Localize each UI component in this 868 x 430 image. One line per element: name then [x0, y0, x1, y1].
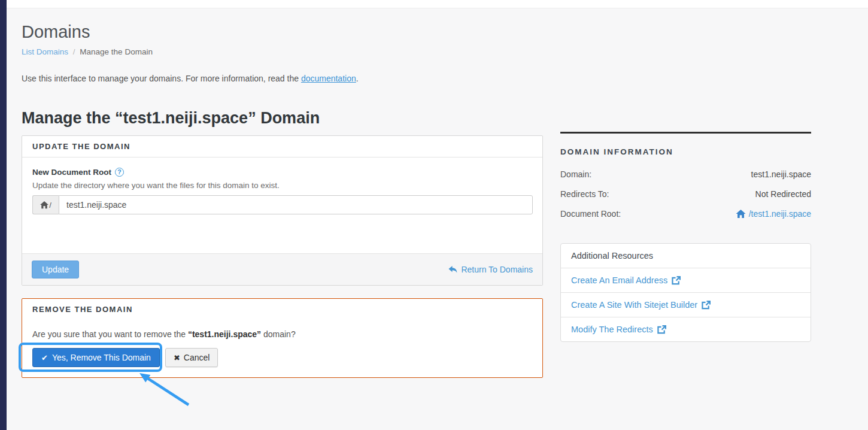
page-content: Domains List Domains / Manage the Domain…: [7, 8, 868, 430]
document-root-input[interactable]: [59, 195, 533, 214]
external-link-icon: [702, 301, 711, 310]
home-icon: [736, 210, 746, 219]
document-root-link[interactable]: /test1.neiji.space: [736, 209, 811, 219]
create-site-sitejet-link[interactable]: Create A Site With Sitejet Builder: [561, 292, 811, 317]
yes-remove-domain-label: Yes, Remove This Domain: [52, 353, 151, 362]
domain-information-rows: Domain: test1.neiji.space Redirects To: …: [560, 169, 811, 219]
home-icon: [40, 201, 48, 209]
help-icon[interactable]: ?: [115, 168, 124, 177]
new-document-root-label: New Document Root ?: [32, 168, 532, 177]
breadcrumb-list-domains-link[interactable]: List Domains: [22, 47, 68, 56]
remove-domain-panel: REMOVE THE DOMAIN Are you sure that you …: [22, 298, 543, 378]
info-row-document-root: Document Root: /test1.neiji.space: [560, 209, 811, 219]
create-email-address-link[interactable]: Create An Email Address: [561, 268, 811, 292]
update-panel-footer: Update Return To Domains: [22, 253, 542, 285]
domain-value: test1.neiji.space: [751, 169, 811, 179]
return-to-domains-link[interactable]: Return To Domains: [448, 265, 533, 274]
sidebar: DOMAIN INFORMATION Domain: test1.neiji.s…: [560, 132, 811, 342]
create-site-sitejet-label: Create A Site With Sitejet Builder: [571, 300, 697, 310]
create-email-address-label: Create An Email Address: [571, 275, 667, 285]
document-root-input-group: /: [32, 195, 533, 214]
reply-arrow-icon: [448, 265, 457, 274]
x-icon: ✖: [174, 353, 180, 362]
additional-resources-header: Additional Resources: [561, 244, 811, 268]
yes-remove-domain-button[interactable]: ✔ Yes, Remove This Domain: [32, 348, 160, 367]
intro-text-after: .: [356, 74, 359, 83]
intro-text-before: Use this interface to manage your domain…: [22, 74, 301, 83]
cancel-label: Cancel: [184, 353, 210, 362]
main-column: Manage the “test1.neiji.space” Domain UP…: [22, 108, 543, 378]
breadcrumb-separator: /: [73, 47, 75, 56]
left-edge-strip: [0, 0, 7, 430]
check-icon: ✔: [41, 353, 48, 362]
confirm-domain-name: “test1.neiji.space”: [188, 329, 261, 339]
external-link-icon: [657, 325, 666, 334]
additional-resources-panel: Additional Resources Create An Email Add…: [560, 243, 811, 342]
input-prefix-addon: /: [32, 195, 59, 214]
update-button[interactable]: Update: [32, 261, 79, 278]
confirm-text-before: Are you sure that you want to remove the: [32, 329, 188, 339]
redirects-to-value: Not Redirected: [755, 189, 811, 199]
remove-panel-body: Are you sure that you want to remove the…: [22, 320, 542, 377]
cancel-button[interactable]: ✖ Cancel: [165, 348, 218, 367]
new-document-root-help-text: Update the directory where you want the …: [32, 181, 532, 190]
remove-confirm-text: Are you sure that you want to remove the…: [32, 329, 532, 339]
input-prefix-slash: /: [49, 201, 51, 210]
domain-information-heading: DOMAIN INFORMATION: [560, 147, 811, 156]
top-bar: [7, 0, 868, 8]
domain-label: Domain:: [560, 169, 591, 179]
breadcrumb: List Domains / Manage the Domain: [22, 47, 856, 56]
document-root-label: Document Root:: [560, 209, 621, 219]
main-columns: Manage the “test1.neiji.space” Domain UP…: [22, 108, 856, 378]
documentation-link[interactable]: documentation: [301, 74, 356, 83]
confirm-text-after: domain?: [261, 329, 296, 339]
info-row-redirects: Redirects To: Not Redirected: [560, 189, 811, 199]
external-link-icon: [672, 276, 681, 285]
remove-panel-header: REMOVE THE DOMAIN: [22, 299, 542, 320]
manage-domain-heading: Manage the “test1.neiji.space” Domain: [22, 108, 543, 128]
breadcrumb-current: Manage the Domain: [80, 47, 153, 56]
new-document-root-label-text: New Document Root: [32, 168, 111, 177]
info-row-domain: Domain: test1.neiji.space: [560, 169, 811, 179]
redirects-to-label: Redirects To:: [560, 189, 609, 199]
update-panel-header: UPDATE THE DOMAIN: [22, 136, 542, 158]
document-root-link-label: /test1.neiji.space: [749, 209, 811, 219]
sidebar-top-rule: [560, 132, 811, 134]
update-panel-body: New Document Root ? Update the directory…: [22, 158, 542, 253]
return-to-domains-label: Return To Domains: [461, 265, 533, 274]
page-title: Domains: [22, 22, 856, 42]
modify-redirects-link[interactable]: Modify The Redirects: [561, 317, 811, 341]
update-domain-panel: UPDATE THE DOMAIN New Document Root ? Up…: [22, 135, 543, 286]
modify-redirects-label: Modify The Redirects: [571, 325, 653, 334]
yes-button-wrapper: ✔ Yes, Remove This Domain: [32, 348, 160, 367]
intro-text: Use this interface to manage your domain…: [22, 74, 856, 83]
remove-buttons-row: ✔ Yes, Remove This Domain ✖ Cancel: [32, 348, 532, 367]
